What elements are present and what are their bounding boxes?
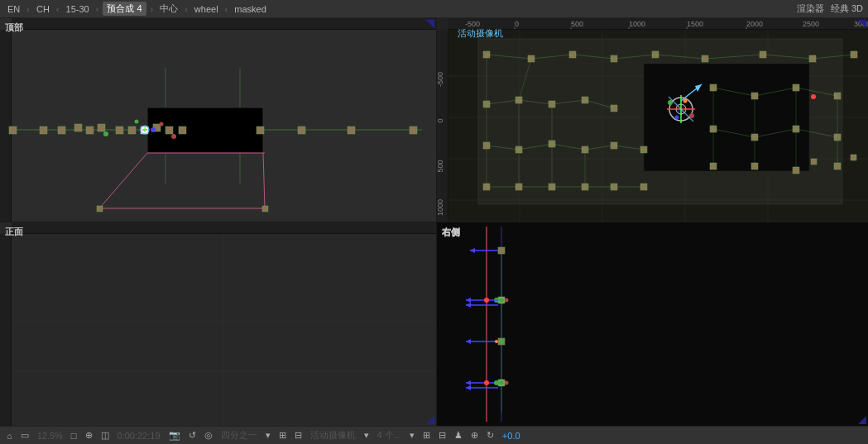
camera-active-label[interactable]: 活动摄像机 [310, 429, 356, 442]
svg-rect-200 [793, 84, 799, 91]
svg-rect-161 [582, 97, 588, 103]
monitor-icon[interactable]: ▭ [19, 430, 31, 441]
right-view[interactable]: 右侧 [437, 222, 868, 426]
front-view[interactable]: 正面 [0, 222, 436, 426]
fit-view-icon[interactable]: □ [70, 431, 79, 441]
time-display: 0:00:22:19 [117, 431, 161, 441]
svg-rect-245 [498, 297, 505, 303]
color-wheel-icon[interactable]: ◎ [203, 430, 214, 441]
sync-icon[interactable]: ↻ [485, 430, 496, 441]
svg-rect-158 [483, 101, 490, 107]
svg-line-168 [519, 59, 531, 100]
masked-selector[interactable]: masked [232, 4, 269, 14]
wheel-selector[interactable]: wheel [192, 4, 221, 14]
front-view-corner-indicator [426, 416, 434, 424]
svg-point-258 [499, 339, 504, 344]
svg-point-237 [811, 94, 816, 99]
svg-rect-142 [528, 55, 535, 62]
svg-rect-17 [298, 127, 305, 134]
svg-line-214 [755, 129, 796, 137]
svg-point-225 [676, 104, 686, 114]
svg-point-30 [151, 127, 156, 132]
layout-grid-icon[interactable]: ⊞ [277, 430, 288, 441]
mode-label[interactable]: 经典 3D [831, 2, 863, 15]
ch-selector[interactable]: CH [34, 4, 52, 14]
svg-line-178 [585, 146, 614, 150]
svg-point-259 [495, 340, 498, 343]
svg-line-212 [796, 88, 837, 96]
svg-rect-146 [702, 55, 708, 62]
svg-marker-262 [466, 380, 471, 385]
right-panel: -500 0 500 1000 1500 2000 2500 3000 [437, 18, 868, 426]
svg-rect-14 [165, 127, 173, 134]
count-arrow[interactable]: ▾ [408, 430, 416, 441]
user-icon[interactable]: ♟ [453, 430, 464, 441]
svg-line-157 [813, 55, 854, 59]
svg-rect-204 [793, 126, 799, 132]
svg-rect-169 [483, 142, 490, 149]
layout-arrow[interactable]: ▾ [264, 430, 272, 441]
svg-text:1000: 1000 [437, 199, 444, 216]
svg-text:2500: 2500 [803, 20, 819, 28]
svg-rect-160 [549, 101, 555, 107]
center-selector[interactable]: 中心 [157, 2, 180, 15]
bottom-toolbar: ⌂ ▭ 12.5% □ ⊕ ◫ 0:00:22:19 📷 ↺ ◎ 四分之一 ▾ … [0, 426, 868, 444]
svg-rect-10 [116, 127, 123, 134]
svg-point-232 [689, 113, 694, 118]
view-icon2[interactable]: ⊟ [437, 430, 448, 441]
top-view-corner-indicator [426, 20, 434, 28]
zoom-icon[interactable]: ⊕ [84, 430, 94, 441]
svg-point-266 [494, 380, 499, 385]
camera-icon[interactable]: 📷 [167, 430, 182, 441]
svg-rect-203 [751, 134, 758, 141]
svg-line-154 [655, 55, 705, 59]
right-view-svg: 右侧 [437, 222, 868, 426]
svg-point-26 [103, 131, 108, 136]
svg-rect-187 [611, 184, 617, 190]
svg-line-179 [614, 146, 644, 150]
svg-rect-208 [793, 167, 799, 174]
svg-rect-172 [582, 146, 588, 153]
comp-selector[interactable]: 预合成 4 [103, 2, 146, 16]
top-view[interactable]: 顶部 [0, 18, 436, 222]
svg-marker-230 [695, 84, 702, 92]
camera-ruler-v: -500 0 500 1000 [437, 30, 448, 222]
svg-rect-202 [710, 126, 717, 132]
camera-select-arrow[interactable]: ▾ [362, 430, 371, 441]
camera-view-corner-indicator [858, 20, 866, 28]
svg-point-224 [669, 98, 693, 121]
refresh-icon[interactable]: ↺ [187, 430, 198, 441]
layout-label[interactable]: 四分之一 [221, 429, 257, 442]
svg-rect-159 [516, 97, 522, 103]
camera-ruler-v-svg: -500 0 500 1000 [437, 30, 448, 222]
svg-line-153 [614, 55, 655, 59]
expand-icon[interactable]: ⊟ [293, 430, 304, 441]
svg-point-27 [135, 120, 139, 124]
layer-icon[interactable]: ⊞ [421, 430, 432, 441]
svg-rect-12 [141, 127, 148, 134]
svg-rect-199 [751, 93, 758, 99]
svg-rect-185 [549, 184, 555, 190]
svg-point-29 [160, 122, 164, 127]
svg-point-233 [675, 116, 679, 120]
home-icon[interactable]: ⌂ [5, 431, 14, 441]
front-view-svg [0, 222, 436, 426]
svg-rect-201 [834, 93, 841, 99]
svg-rect-207 [751, 163, 758, 169]
svg-marker-244 [470, 248, 475, 253]
renderer-label[interactable]: 渲染器 [797, 2, 824, 15]
lang-selector[interactable]: EN [5, 4, 22, 14]
svg-rect-260 [498, 380, 505, 386]
svg-point-253 [498, 297, 505, 303]
svg-line-150 [487, 55, 531, 59]
network-icon[interactable]: ⊕ [469, 430, 480, 441]
svg-line-210 [713, 88, 755, 96]
svg-rect-6 [58, 127, 65, 134]
svg-rect-11 [128, 127, 136, 134]
resolution-icon[interactable]: ◫ [99, 430, 111, 441]
range-selector[interactable]: 15-30 [64, 4, 92, 14]
svg-line-213 [713, 129, 755, 137]
svg-text:1500: 1500 [687, 20, 703, 28]
zoom-value[interactable]: 12.5% [37, 431, 63, 441]
camera-view[interactable]: -500 0 500 1000 1500 2000 2500 3000 [437, 18, 868, 222]
